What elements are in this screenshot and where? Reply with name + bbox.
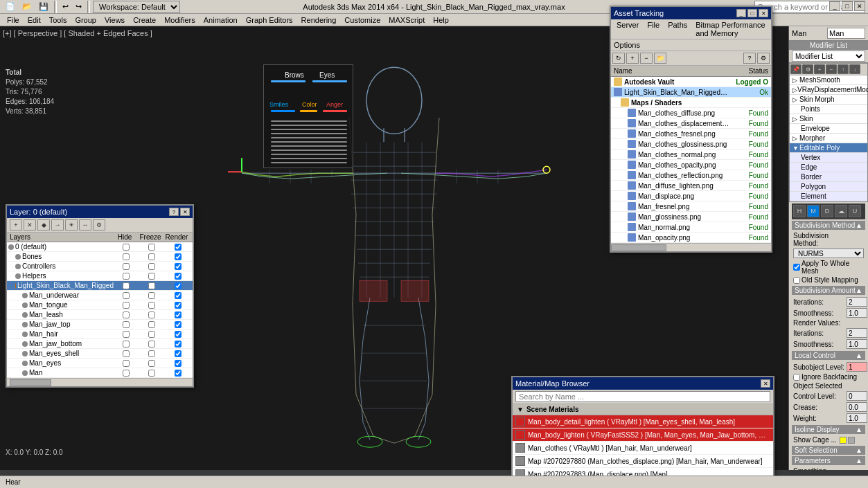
layer-hide-cb[interactable] — [123, 370, 130, 377]
mat-row[interactable]: Map #2070297880 (Man_clothes_displace.pn… — [513, 455, 773, 468]
layers-select-btn[interactable]: ◆ — [37, 219, 50, 231]
layer-hide-cb[interactable] — [123, 331, 130, 338]
layer-render-cb[interactable] — [175, 263, 181, 270]
layer-freeze-cb[interactable] — [148, 273, 155, 280]
layer-row[interactable]: Man_eyes_shell — [7, 349, 193, 359]
layer-hide-cell[interactable] — [114, 341, 139, 347]
at-scrollbar[interactable] — [611, 243, 771, 251]
subdivision-method-header[interactable]: Subdivision Method ▲ — [792, 221, 865, 230]
mod-row-morpher[interactable]: ▷ Morpher — [790, 134, 867, 143]
layer-render-cell[interactable] — [165, 292, 191, 299]
parameters-header[interactable]: Parameters ▲ — [792, 456, 865, 465]
at-refresh-btn[interactable]: ↻ — [612, 53, 625, 64]
layer-hide-cb[interactable] — [123, 253, 130, 260]
layer-hide-cb[interactable] — [123, 360, 130, 367]
layer-hide-cb[interactable] — [123, 321, 130, 328]
toolbar-icon-redo[interactable]: ↪ — [73, 1, 85, 12]
mod-row-element[interactable]: Element — [790, 192, 867, 201]
crease-input[interactable] — [847, 402, 867, 412]
at-menu-bitmap[interactable]: Bitmap Performance and Memory — [693, 21, 768, 37]
subobject-level-input[interactable] — [847, 362, 867, 372]
layer-render-cell[interactable] — [165, 244, 191, 251]
layer-hide-cb[interactable] — [123, 263, 130, 270]
at-table-row[interactable]: Autodesk VaultLogged O — [611, 77, 771, 87]
layer-freeze-cb[interactable] — [148, 292, 155, 299]
show-cage-swatch2[interactable] — [848, 437, 855, 444]
mod-row-points[interactable]: Points — [790, 105, 867, 114]
mod-row-polygon[interactable]: Polygon — [790, 182, 867, 192]
layer-row[interactable]: Controllers — [7, 262, 193, 271]
layer-freeze-cb[interactable] — [148, 282, 155, 289]
at-menu-server[interactable]: Server — [614, 21, 641, 37]
at-table-row[interactable]: Man_opacity.pngFound — [611, 233, 771, 243]
layer-freeze-cell[interactable] — [139, 302, 165, 309]
menu-customize[interactable]: Customize — [340, 15, 384, 25]
old-style-mapping-cb[interactable] — [793, 277, 800, 284]
layer-freeze-cb[interactable] — [148, 341, 155, 347]
layer-freeze-cell[interactable] — [139, 370, 165, 377]
layer-render-cb[interactable] — [175, 244, 181, 251]
layer-hide-cb[interactable] — [123, 350, 130, 357]
mod-add-btn[interactable]: + — [814, 64, 825, 74]
at-table-row[interactable]: Man_fresnel.pngFound — [611, 201, 771, 212]
mod-row-editablepoly[interactable]: ▼ Editable Poly — [790, 143, 867, 153]
mod-row-border[interactable]: Border — [790, 172, 867, 182]
at-menu-file[interactable]: File — [644, 21, 662, 37]
menu-rendering[interactable]: Rendering — [297, 15, 341, 25]
at-menu-paths[interactable]: Paths — [665, 21, 690, 37]
layer-hide-cb[interactable] — [123, 341, 130, 347]
layers-help-btn[interactable]: ? — [169, 208, 179, 216]
menu-create[interactable]: Create — [129, 15, 160, 25]
menu-graph-editors[interactable]: Graph Editors — [242, 15, 297, 25]
layer-render-cb[interactable] — [175, 253, 181, 260]
mat-row[interactable]: Man_body_lighten ( VRayFastSSS2 ) [Man, … — [513, 428, 773, 442]
at-table-row[interactable]: Man_clothes_diffuse.pngFound — [611, 108, 771, 118]
toolbar-icon-open[interactable]: 📂 — [19, 1, 35, 12]
mat-close-btn[interactable]: ✕ — [761, 379, 770, 388]
at-remove-btn[interactable]: − — [640, 53, 653, 64]
at-table-row[interactable]: Light_Skin_Black_Man_Rigged_max_vray.max… — [611, 87, 771, 98]
layer-hide-cell[interactable] — [114, 263, 139, 270]
layer-hide-cell[interactable] — [114, 311, 139, 318]
menu-animation[interactable]: Animation — [200, 15, 242, 25]
layer-freeze-cell[interactable] — [139, 360, 165, 367]
tab-motion[interactable]: ☁ — [835, 205, 847, 217]
iterations-input[interactable] — [847, 297, 867, 307]
at-table-row[interactable]: Man_clothes_fresnel.pngFound — [611, 129, 771, 139]
layer-freeze-cb[interactable] — [148, 370, 155, 377]
at-table-row[interactable]: Man_glossiness.pngFound — [611, 212, 771, 222]
layer-freeze-cell[interactable] — [139, 263, 165, 270]
at-table-row[interactable]: Man_clothes_glossiness.pngFound — [611, 139, 771, 150]
at-folder-btn[interactable]: 📁 — [654, 53, 666, 64]
mod-row-envelope[interactable]: Envelope — [790, 124, 867, 134]
layer-freeze-cb[interactable] — [148, 302, 155, 309]
at-minimize-btn[interactable]: _ — [736, 9, 746, 17]
layer-render-cell[interactable] — [165, 370, 191, 377]
layer-hide-cell[interactable] — [114, 292, 139, 299]
layers-close-btn[interactable]: ✕ — [180, 208, 190, 216]
layer-render-cell[interactable] — [165, 311, 191, 318]
layer-freeze-cb[interactable] — [148, 253, 155, 260]
layer-freeze-cb[interactable] — [148, 331, 155, 338]
layer-render-cb[interactable] — [175, 331, 181, 338]
at-table-row[interactable]: Man_clothes_normal.pngFound — [611, 150, 771, 160]
tab-hierarchy[interactable]: H — [793, 205, 806, 217]
layer-hide-cb[interactable] — [123, 244, 130, 251]
isoline-display-header[interactable]: Isoline Display ▲ — [792, 425, 865, 434]
menu-views[interactable]: Views — [100, 15, 129, 25]
layer-freeze-cell[interactable] — [139, 282, 165, 289]
layer-hide-cell[interactable] — [114, 244, 139, 251]
layer-row[interactable]: Man_jaw_bottom — [7, 339, 193, 349]
at-table-row[interactable]: Man_clothes_reflection.pngFound — [611, 170, 771, 181]
menu-group[interactable]: Group — [71, 15, 100, 25]
layer-render-cb[interactable] — [175, 302, 181, 309]
at-table-row[interactable]: Man_displace.pngFound — [611, 191, 771, 201]
layer-hide-cell[interactable] — [114, 273, 139, 280]
weight-input[interactable] — [847, 413, 867, 423]
layer-render-cell[interactable] — [165, 253, 191, 260]
layer-freeze-cb[interactable] — [148, 350, 155, 357]
layer-row[interactable]: Light_Skin_Black_Man_Rigged — [7, 281, 193, 291]
layer-freeze-cb[interactable] — [148, 311, 155, 318]
layer-freeze-cb[interactable] — [148, 360, 155, 367]
at-table-row[interactable]: Man_normal.pngFound — [611, 222, 771, 233]
